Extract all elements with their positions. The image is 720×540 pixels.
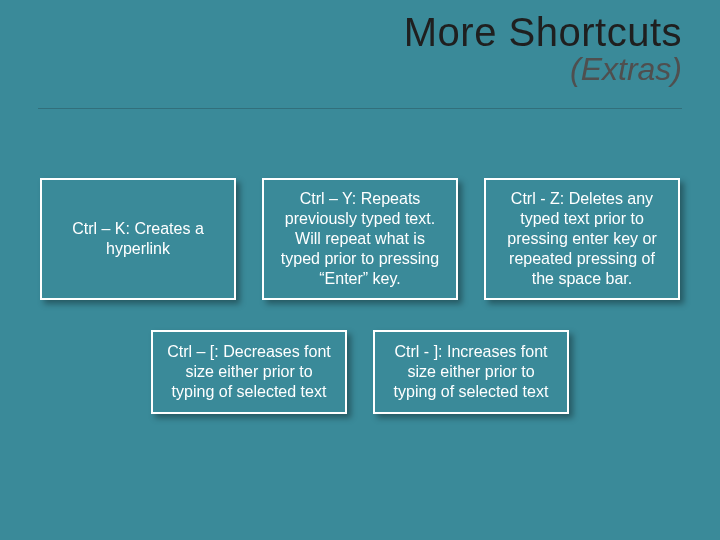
card-row-1: Ctrl – K: Creates a hyperlink Ctrl – Y: … bbox=[0, 178, 720, 300]
slide-title: More Shortcuts bbox=[404, 10, 682, 55]
shortcut-card-ctrl-bracket-right: Ctrl - ]: Increases font size either pri… bbox=[373, 330, 569, 414]
shortcut-card-ctrl-y: Ctrl – Y: Repeats previously typed text.… bbox=[262, 178, 458, 300]
slide-header: More Shortcuts (Extras) bbox=[404, 10, 682, 88]
shortcut-card-ctrl-z: Ctrl - Z: Deletes any typed text prior t… bbox=[484, 178, 680, 300]
slide-subtitle: (Extras) bbox=[404, 51, 682, 88]
shortcut-card-ctrl-bracket-left: Ctrl – [: Decreases font size either pri… bbox=[151, 330, 347, 414]
header-divider bbox=[38, 108, 682, 109]
card-row-2: Ctrl – [: Decreases font size either pri… bbox=[0, 330, 720, 414]
shortcut-card-ctrl-k: Ctrl – K: Creates a hyperlink bbox=[40, 178, 236, 300]
